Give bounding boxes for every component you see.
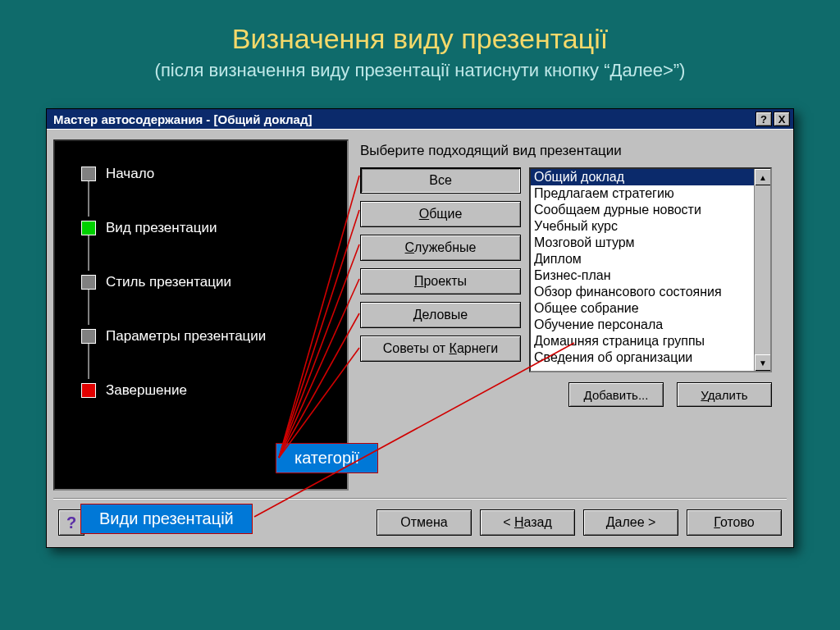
callout-types: Види презентацій (80, 504, 253, 534)
titlebar: Мастер автосодержания - [Общий доклад] ?… (47, 109, 793, 129)
list-item[interactable]: Общее собрание (531, 300, 754, 317)
category-projects-button[interactable]: Проекты (360, 268, 521, 294)
wizard-steps-panel: Начало Вид презентации Стиль презентации… (53, 139, 349, 491)
list-item[interactable]: Бизнес-план (531, 267, 754, 284)
step-label: Начало (106, 166, 154, 182)
prompt-label: Выберите подходящий вид презентации (360, 143, 785, 159)
window-title: Мастер автосодержания - [Общий доклад] (53, 112, 754, 126)
step-style: Стиль презентации (81, 274, 231, 290)
next-button[interactable]: Далее > (583, 509, 678, 536)
category-carnegie-button[interactable]: Советы от Карнеги (360, 336, 521, 362)
cancel-button[interactable]: Отмена (377, 509, 472, 536)
step-marker-icon (81, 167, 96, 181)
nav-buttons: Отмена < Назад Далее > Готово (377, 509, 782, 536)
step-label: Параметры презентации (106, 328, 266, 345)
scroll-down-icon[interactable]: ▼ (755, 354, 771, 371)
footer-separator (53, 498, 787, 500)
step-params: Параметры презентации (81, 328, 266, 345)
list-item[interactable]: Предлагаем стратегию (531, 185, 754, 202)
step-label: Стиль презентации (106, 274, 231, 290)
category-general-button[interactable]: Общие (360, 201, 521, 227)
scrollbar[interactable]: ▲ ▼ (754, 169, 770, 371)
right-pane: Выберите подходящий вид презентации Все … (355, 139, 785, 493)
dialog-body: Начало Вид презентации Стиль презентации… (47, 129, 793, 547)
step-marker-icon (81, 329, 96, 344)
add-button[interactable]: Добавить... (568, 382, 664, 407)
list-item[interactable]: Мозговой штурм (531, 235, 754, 251)
list-item[interactable]: Обучение персонала (531, 317, 754, 333)
wizard-window: Мастер автосодержания - [Общий доклад] ?… (46, 108, 794, 548)
category-business-button[interactable]: Деловые (360, 302, 521, 328)
list-actions: Добавить... Удалить (529, 382, 772, 407)
step-marker-icon (81, 275, 96, 290)
category-buttons: Все Общие Служебные Проекты Деловые Сове… (360, 167, 521, 362)
step-finish: Завершение (81, 382, 187, 399)
step-label: Вид презентации (106, 220, 217, 236)
back-button[interactable]: < Назад (480, 509, 575, 536)
callout-categories: категорії (276, 443, 378, 473)
step-start: Начало (81, 166, 154, 182)
list-item[interactable]: Общий доклад (531, 169, 754, 185)
list-item[interactable]: Сообщаем дурные новости (531, 202, 754, 218)
slide-subtitle: (після визначення виду презентації натис… (0, 60, 840, 81)
remove-button[interactable]: Удалить (677, 382, 772, 407)
step-marker-icon (81, 383, 96, 398)
category-all-button[interactable]: Все (360, 167, 521, 194)
scroll-up-icon[interactable]: ▲ (755, 169, 771, 185)
step-marker-icon (81, 221, 96, 235)
titlebar-help-button[interactable]: ? (756, 112, 772, 126)
presentation-list[interactable]: Общий доклад Предлагаем стратегию Сообща… (529, 167, 772, 372)
list-item[interactable]: Диплом (531, 251, 754, 267)
step-type: Вид презентации (81, 220, 217, 236)
list-item[interactable]: Обзор финансового состояния (531, 284, 754, 300)
titlebar-close-button[interactable]: X (774, 112, 790, 126)
list-item[interactable]: Сведения об организации (531, 349, 754, 366)
list-item[interactable]: Учебный курс (531, 218, 754, 235)
slide-title: Визначення виду презентації (0, 0, 840, 55)
step-label: Завершение (106, 382, 187, 399)
category-service-button[interactable]: Служебные (360, 235, 521, 261)
list-item[interactable]: Домашняя страница группы (531, 333, 754, 349)
finish-button[interactable]: Готово (687, 509, 782, 536)
